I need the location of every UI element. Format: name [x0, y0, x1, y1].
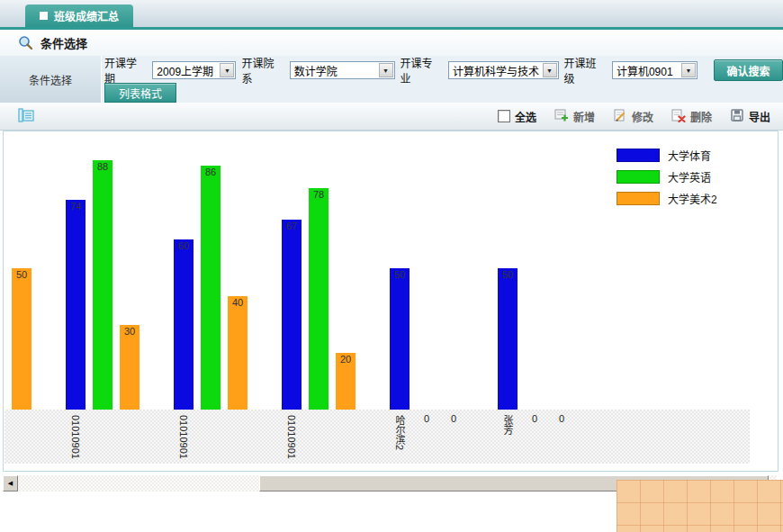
- bar-value-label: 50: [498, 269, 518, 280]
- bar-value-label: 50: [390, 269, 410, 280]
- floppy-disk-icon: [730, 108, 744, 125]
- report-printer-icon[interactable]: [16, 107, 36, 128]
- zero-value-label: 0: [552, 413, 572, 424]
- sheet-pencil-icon: [613, 108, 627, 125]
- filter-row: 开课学期 2009上学期 ▼ 开课院系 数计学院 ▼ 开课专业 计算机科学与技术…: [104, 59, 783, 81]
- x-axis-category-label: 张芳: [501, 415, 514, 435]
- toolbar: 全选 新增: [0, 103, 783, 131]
- x-axis-category-label: 哈尔滨2: [393, 415, 406, 450]
- select-all-checkbox[interactable]: [498, 110, 510, 122]
- white-square-icon: [40, 12, 48, 20]
- field-class-label: 开课班级: [564, 55, 607, 86]
- department-select[interactable]: 数计学院 ▼: [290, 61, 395, 79]
- bar: 50: [390, 268, 410, 410]
- field-semester-label: 开课学期: [104, 55, 147, 86]
- zero-value-label: 0: [444, 413, 464, 424]
- triangle-left-icon[interactable]: ◀: [3, 475, 18, 491]
- select-all-item[interactable]: 全选: [498, 109, 536, 124]
- chevron-down-icon[interactable]: ▼: [681, 63, 696, 77]
- bar: 67: [282, 220, 302, 410]
- add-label: 新增: [573, 109, 595, 124]
- major-select[interactable]: 计算机科学与技术 ▼: [448, 61, 559, 79]
- legend-label: 大学体育: [668, 148, 711, 163]
- bar: 50: [498, 268, 518, 410]
- toolbar-items: 全选 新增: [498, 103, 770, 130]
- bar-value-label: 40: [228, 297, 248, 308]
- tab-title: 班级成绩汇总: [54, 8, 119, 23]
- zero-value-label: 0: [525, 413, 544, 424]
- edit-button[interactable]: 修改: [613, 108, 653, 125]
- edit-label: 修改: [632, 109, 653, 124]
- bar: 60: [174, 239, 194, 410]
- export-button[interactable]: 导出: [730, 108, 770, 125]
- filter-row-label: 条件选择: [0, 56, 102, 103]
- bar: 88: [93, 160, 112, 410]
- bar: 74: [66, 200, 86, 410]
- sheet-red-cross-icon: [671, 108, 686, 125]
- add-button[interactable]: 新增: [554, 108, 595, 125]
- bar-value-label: 67: [282, 221, 302, 231]
- department-select-value: 数计学院: [294, 63, 338, 78]
- bar: 40: [228, 296, 248, 410]
- top-header: 班级成绩汇总: [0, 0, 783, 30]
- chevron-down-icon[interactable]: ▼: [379, 63, 393, 77]
- bar-value-label: 30: [120, 326, 140, 337]
- legend-row: 大学美术2: [616, 191, 717, 206]
- tab-class-score-summary[interactable]: 班级成绩汇总: [25, 5, 133, 27]
- sheet-green-plus-icon: [554, 108, 569, 125]
- bar-value-label: 50: [12, 269, 32, 280]
- semester-select-value: 2009上学期: [157, 63, 213, 78]
- field-department-label: 开课院系: [241, 55, 284, 86]
- bar: 86: [201, 166, 220, 410]
- legend-swatch: [616, 192, 660, 205]
- bar-value-label: 20: [336, 354, 356, 365]
- x-axis-category-label: 01010901: [69, 415, 82, 459]
- bar: 50: [12, 268, 32, 410]
- chevron-down-icon[interactable]: ▼: [220, 63, 234, 77]
- chart-plot: 大学体育大学英语大学美术2 74606750508886780030402000…: [4, 131, 778, 471]
- legend-label: 大学美术2: [668, 191, 717, 206]
- x-axis-band: [4, 410, 750, 464]
- export-label: 导出: [749, 109, 770, 124]
- field-major-label: 开课专业: [400, 55, 443, 86]
- bar-value-label: 74: [66, 201, 86, 212]
- class-select[interactable]: 计算机0901 ▼: [612, 61, 698, 79]
- list-format-button[interactable]: 列表格式: [104, 83, 176, 103]
- confirm-search-button[interactable]: 确认搜索: [714, 59, 783, 81]
- legend-label: 大学英语: [668, 169, 711, 185]
- bar-value-label: 78: [309, 189, 328, 200]
- select-all-label: 全选: [515, 109, 536, 124]
- x-axis-category-label: 01010901: [177, 415, 190, 459]
- section-header: 条件选择: [0, 30, 783, 57]
- delete-button[interactable]: 删除: [671, 108, 712, 125]
- filter-area: 条件选择 开课学期 2009上学期 ▼ 开课院系 数计学院 ▼ 开课专业 计算机…: [0, 56, 783, 104]
- class-select-value: 计算机0901: [616, 63, 673, 78]
- bar-value-label: 86: [201, 167, 220, 177]
- chevron-down-icon[interactable]: ▼: [543, 63, 557, 77]
- bar: 30: [120, 325, 140, 410]
- zero-value-label: 0: [417, 413, 436, 424]
- chart-frame: 大学体育大学英语大学美术2 74606750508886780030402000…: [3, 131, 778, 472]
- chart-legend: 大学体育大学英语大学美术2: [616, 148, 717, 206]
- section-title: 条件选择: [40, 34, 87, 51]
- legend-swatch: [616, 170, 660, 184]
- major-select-value: 计算机科学与技术: [453, 63, 539, 78]
- x-axis-category-label: 01010901: [285, 415, 298, 459]
- bar-value-label: 60: [174, 240, 194, 251]
- legend-row: 大学体育: [616, 148, 717, 163]
- bar: 20: [336, 353, 356, 410]
- semester-select[interactable]: 2009上学期 ▼: [152, 61, 236, 79]
- legend-row: 大学英语: [616, 169, 717, 185]
- bar: 78: [309, 188, 328, 410]
- legend-swatch: [616, 149, 660, 162]
- bar-value-label: 88: [93, 161, 112, 172]
- overlay-grid-panel: [616, 480, 783, 532]
- delete-label: 删除: [690, 109, 712, 124]
- magnifier-search-icon: [18, 35, 33, 50]
